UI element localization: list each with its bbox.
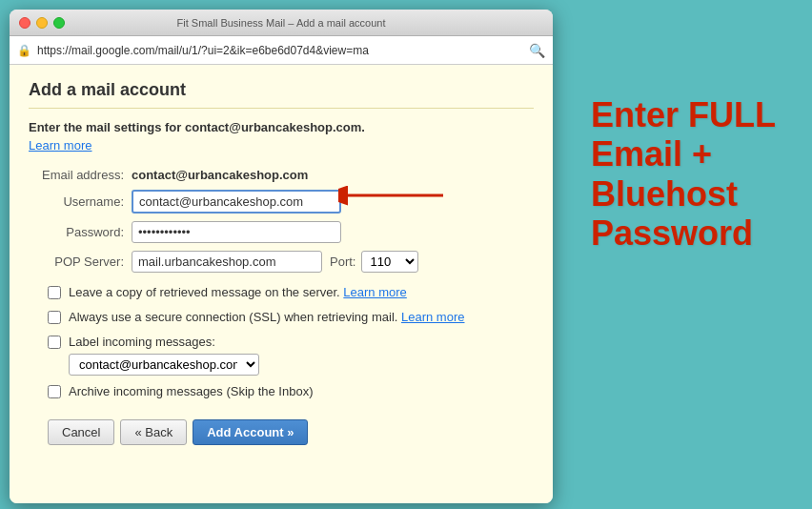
- annotation-text: Enter FULL Email + Bluehost Password: [591, 95, 801, 254]
- intro-text: Enter the mail settings for contact@urba…: [29, 120, 534, 134]
- modal-content: Add a mail account Enter the mail settin…: [10, 65, 553, 503]
- form-section: Email address: contact@urbancakeshop.com…: [29, 168, 534, 273]
- username-row: Username:: [29, 190, 534, 214]
- email-row: Email address: contact@urbancakeshop.com: [29, 168, 534, 182]
- pop-server-input[interactable]: [132, 251, 322, 273]
- port-select[interactable]: 110 995: [361, 251, 418, 273]
- intro-learn-more-link[interactable]: Learn more: [29, 138, 91, 153]
- minimize-button[interactable]: [36, 17, 48, 29]
- maximize-button[interactable]: [53, 17, 65, 29]
- leave-copy-learn-more[interactable]: Learn more: [343, 285, 406, 299]
- ssl-text: Always use a secure connection (SSL) whe…: [69, 309, 464, 326]
- email-label: Email address:: [29, 168, 124, 182]
- ssl-row: Always use a secure connection (SSL) whe…: [48, 309, 534, 326]
- port-group: Port: 110 995: [330, 251, 418, 273]
- modal-title: Add a mail account: [29, 80, 534, 109]
- leave-copy-text: Leave a copy of retrieved message on the…: [69, 284, 407, 301]
- address-bar: 🔒 https://mail.google.com/mail/u/1/?ui=2…: [10, 36, 553, 65]
- leave-copy-row: Leave a copy of retrieved message on the…: [48, 284, 534, 301]
- search-icon[interactable]: 🔍: [529, 43, 545, 58]
- back-button[interactable]: « Back: [120, 419, 187, 445]
- close-button[interactable]: [19, 17, 30, 29]
- archive-text: Archive incoming messages (Skip the Inbo…: [69, 383, 314, 400]
- ssl-checkbox[interactable]: [48, 311, 61, 324]
- traffic-lights: [19, 17, 65, 29]
- browser-window: Fit Small Business Mail – Add a mail acc…: [10, 10, 553, 503]
- pop-server-row: POP Server: Port: 110 995: [29, 251, 534, 273]
- username-label: Username:: [29, 194, 124, 209]
- label-text: Label incoming messages: contact@urbanca…: [69, 334, 259, 375]
- url-text[interactable]: https://mail.google.com/mail/u/1/?ui=2&i…: [37, 44, 523, 57]
- window-title: Fit Small Business Mail – Add a mail acc…: [177, 17, 386, 29]
- intro-strong: Enter the mail settings for contact@urba…: [29, 120, 365, 134]
- pop-server-label: POP Server:: [29, 254, 124, 269]
- email-value: contact@urbancakeshop.com: [132, 168, 308, 182]
- button-row: Cancel « Back Add Account »: [48, 419, 534, 445]
- password-row: Password:: [29, 221, 534, 243]
- password-input[interactable]: [132, 221, 341, 243]
- username-input[interactable]: [132, 190, 341, 214]
- label-checkbox[interactable]: [48, 336, 61, 349]
- add-account-button[interactable]: Add Account »: [193, 419, 308, 445]
- leave-copy-checkbox[interactable]: [48, 286, 61, 299]
- title-bar: Fit Small Business Mail – Add a mail acc…: [10, 10, 553, 36]
- ssl-learn-more[interactable]: Learn more: [401, 310, 464, 324]
- lock-icon: 🔒: [17, 44, 31, 57]
- archive-row: Archive incoming messages (Skip the Inbo…: [48, 383, 534, 400]
- label-row: Label incoming messages: contact@urbanca…: [48, 334, 534, 375]
- cancel-button[interactable]: Cancel: [48, 419, 114, 445]
- password-label: Password:: [29, 225, 124, 239]
- archive-checkbox[interactable]: [48, 385, 61, 398]
- options-section: Leave a copy of retrieved message on the…: [48, 284, 534, 400]
- port-label: Port:: [330, 254, 355, 269]
- label-dropdown[interactable]: contact@urbancakeshop.com: [69, 354, 259, 376]
